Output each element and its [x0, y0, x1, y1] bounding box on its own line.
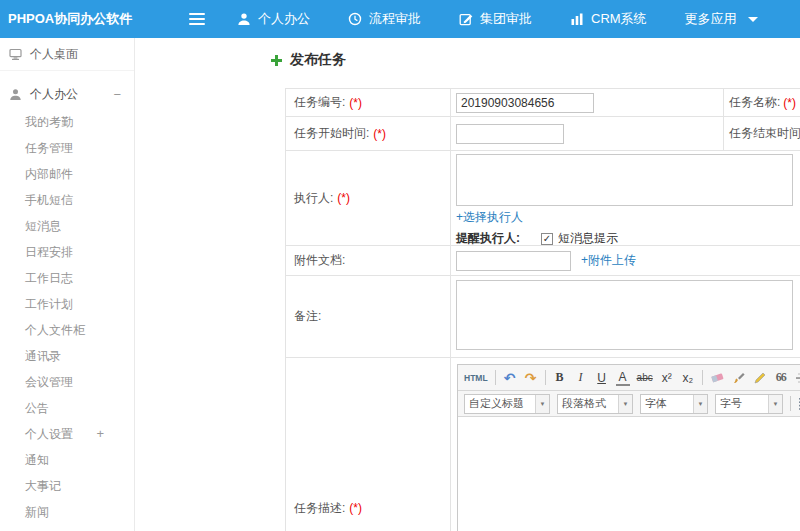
font-style-button[interactable]: A [616, 370, 630, 386]
task-name-label: 任务名称:(*) [723, 89, 800, 116]
task-number-input[interactable] [456, 93, 594, 113]
toolbar-separator [790, 396, 791, 411]
blockquote-button[interactable]: 66 [774, 368, 788, 388]
editor-toolbar-top: HTML ↶ ↷ B I U A abc x² x₂ [458, 365, 800, 391]
process-approval-icon [348, 12, 362, 26]
sidebar-links: 我的考勤 任务管理 内部邮件 手机短信 短消息 日程安排 工作日志 工作计划 个… [0, 109, 134, 525]
sms-remind-checkbox[interactable]: ✓ [541, 233, 553, 245]
pen-color-icon[interactable] [753, 368, 767, 388]
remind-option-label: 短消息提示 [558, 230, 618, 247]
nav-crm[interactable]: CRM系统 [570, 10, 647, 28]
executor-textarea[interactable] [456, 154, 793, 206]
eraser-icon[interactable] [710, 368, 725, 388]
sidebar-item-meeting[interactable]: 会议管理 [0, 369, 134, 395]
caret-down-icon: ▼ [693, 395, 707, 413]
custom-title-select[interactable]: 自定义标题 ▼ [464, 394, 550, 414]
attachment-label: 附件文档: [286, 246, 451, 275]
editor-toolbar-bottom: 自定义标题 ▼ 段落格式 ▼ 字体 ▼ 字号 ▼ [458, 391, 800, 417]
sidebar-item-events[interactable]: 大事记 [0, 473, 134, 499]
start-time-input[interactable] [456, 124, 564, 144]
sidebar-item-label: 个人桌面 [30, 46, 78, 63]
collapse-icon[interactable]: − [113, 87, 121, 102]
sidebar-item-work-plan[interactable]: 工作计划 [0, 291, 134, 317]
remark-textarea[interactable] [456, 280, 793, 350]
sidebar-item-news[interactable]: 新闻 [0, 499, 134, 525]
row-attachment: 附件文档: +附件上传 [286, 246, 800, 276]
sidebar-item-personal-settings[interactable]: 个人设置 + [0, 421, 134, 447]
caret-down-icon: ▼ [768, 395, 782, 413]
strikethrough-button[interactable]: abc [637, 368, 653, 388]
row-description: 任务描述:(*) HTML ↶ ↷ B I U A abc x² x₂ [286, 358, 800, 531]
redo-button[interactable]: ↷ [524, 368, 538, 388]
page-title-text: 发布任务 [290, 51, 346, 69]
remind-row: 提醒执行人: ✓ 短消息提示 [456, 230, 800, 247]
format-brush-icon[interactable] [732, 368, 746, 388]
hamburger-menu-icon[interactable] [189, 13, 205, 25]
desktop-icon [9, 48, 22, 61]
publish-task-form: 任务编号:(*) 任务名称:(*) 任务开始时间:(*) 任务结束时间:(*) … [285, 88, 800, 531]
remind-label: 提醒执行人: [456, 230, 520, 247]
sidebar-item-attendance[interactable]: 我的考勤 [0, 109, 134, 135]
sidebar-item-desktop[interactable]: 个人桌面 [0, 38, 134, 71]
sidebar-item-label: 个人设置 [25, 427, 73, 441]
page-title: 发布任务 [270, 51, 346, 69]
row-task-time: 任务开始时间:(*) 任务结束时间:(*) [286, 117, 800, 151]
font-family-select[interactable]: 字体 ▼ [640, 394, 708, 414]
remark-label: 备注: [286, 276, 451, 357]
editor-content-area[interactable] [458, 417, 800, 531]
undo-button[interactable]: ↶ [503, 368, 517, 388]
underline-button[interactable]: U [595, 368, 609, 388]
nav-label: 个人办公 [258, 10, 310, 28]
caret-down-icon: ▼ [618, 395, 632, 413]
caret-down-icon: ▼ [535, 395, 549, 413]
sidebar-item-announcement[interactable]: 公告 [0, 395, 134, 421]
sidebar-item-work-log[interactable]: 工作日志 [0, 265, 134, 291]
font-size-select[interactable]: 字号 ▼ [715, 394, 783, 414]
subscript-button[interactable]: x₂ [681, 368, 695, 388]
row-task-number: 任务编号:(*) 任务名称:(*) [286, 89, 800, 117]
nav-group-approval[interactable]: 集团审批 [459, 10, 532, 28]
sidebar-item-notice[interactable]: 通知 [0, 447, 134, 473]
nav-label: 集团审批 [480, 10, 532, 28]
person-icon [237, 12, 251, 26]
sidebar-item-file-cabinet[interactable]: 个人文件柜 [0, 317, 134, 343]
nav-more-apps[interactable]: 更多应用 [685, 10, 758, 28]
start-time-label: 任务开始时间:(*) [286, 117, 451, 150]
html-source-button[interactable]: HTML [464, 368, 488, 388]
sidebar: 个人桌面 个人办公 − 我的考勤 任务管理 内部邮件 手机短信 短消息 日程安排… [0, 38, 135, 531]
bar-chart-icon [570, 12, 584, 26]
choose-executor-link[interactable]: +选择执行人 [456, 210, 523, 224]
sidebar-group-personal-office[interactable]: 个人办公 − [0, 81, 134, 107]
caret-down-icon [748, 17, 758, 22]
sidebar-item-sms[interactable]: 手机短信 [0, 187, 134, 213]
description-label: 任务描述:(*) [286, 358, 451, 531]
superscript-button[interactable]: x² [660, 368, 674, 388]
horizontal-rule-icon[interactable] [795, 368, 800, 388]
paragraph-format-select[interactable]: 段落格式 ▼ [557, 394, 633, 414]
attachment-input[interactable] [456, 251, 571, 271]
green-plus-icon [270, 54, 283, 67]
nav-personal-office[interactable]: 个人办公 [237, 10, 310, 28]
sidebar-item-contacts[interactable]: 通讯录 [0, 343, 134, 369]
edit-square-icon [459, 12, 473, 26]
expand-icon[interactable]: + [96, 421, 104, 447]
person-icon [9, 88, 22, 101]
task-number-label: 任务编号:(*) [286, 89, 451, 116]
attachment-upload-link[interactable]: +附件上传 [581, 252, 636, 269]
nav-process-approval[interactable]: 流程审批 [348, 10, 421, 28]
top-nav: 个人办公 流程审批 集团审批 CRM系统 更多应用 [237, 10, 758, 28]
rich-text-editor: HTML ↶ ↷ B I U A abc x² x₂ [457, 364, 800, 531]
nav-label: 流程审批 [369, 10, 421, 28]
sidebar-item-schedule[interactable]: 日程安排 [0, 239, 134, 265]
sidebar-item-internal-mail[interactable]: 内部邮件 [0, 161, 134, 187]
row-remark: 备注: [286, 276, 800, 358]
bold-button[interactable]: B [553, 368, 567, 388]
row-executor: 执行人:(*) +选择执行人 提醒执行人: ✓ 短消息提示 [286, 151, 800, 246]
toolbar-separator [545, 370, 546, 385]
sidebar-item-short-message[interactable]: 短消息 [0, 213, 134, 239]
app-logo: PHPOA协同办公软件 [0, 10, 135, 28]
sidebar-item-task-management[interactable]: 任务管理 [0, 135, 134, 161]
italic-button[interactable]: I [574, 368, 588, 388]
executor-label: 执行人:(*) [286, 151, 451, 245]
toolbar-separator [702, 370, 703, 385]
